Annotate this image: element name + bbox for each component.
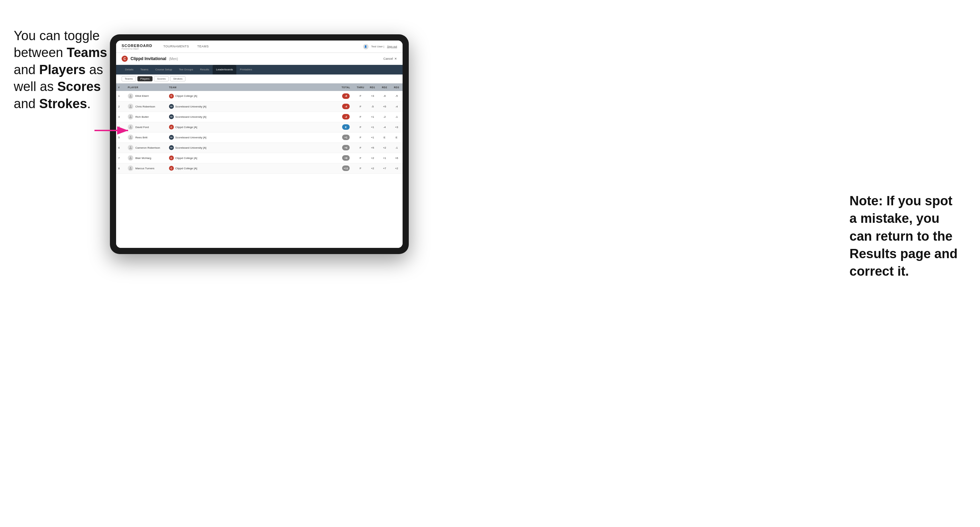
leaderboard-table: # PLAYER TEAM TOTAL THRU RD1 RD2 RD3 1 E… — [116, 83, 402, 174]
tab-results[interactable]: Results — [196, 65, 213, 75]
filter-players-button[interactable]: Players — [137, 76, 153, 81]
cell-rd2: +7 — [379, 163, 391, 173]
player-avatar — [128, 114, 133, 119]
filter-scores-button[interactable]: Scores — [154, 76, 169, 81]
cell-rank: 8 — [116, 163, 126, 173]
nav-teams[interactable]: TEAMS — [193, 41, 213, 53]
tablet-frame: SCOREBOARD Powered by clippd TOURNAMENTS… — [110, 34, 409, 254]
total-badge: E — [342, 124, 350, 130]
svg-point-3 — [130, 105, 131, 106]
cell-rank: 2 — [116, 101, 126, 111]
team-name: Scoreboard University [A] — [175, 105, 207, 108]
player-name: Rich Butler — [135, 115, 149, 119]
cell-rd3: +3 — [391, 122, 402, 132]
col-total: TOTAL — [337, 83, 355, 91]
cell-total: +11 — [337, 163, 355, 173]
tournament-title-row: C Clippd Invitational (Men) — [122, 56, 178, 62]
cancel-button[interactable]: Cancel ✕ — [383, 57, 397, 60]
cell-rd1: +1 — [366, 132, 379, 143]
col-thru: THRU — [355, 83, 366, 91]
tab-leaderboards[interactable]: Leaderboards — [213, 65, 236, 75]
team-name: Scoreboard University [A] — [175, 136, 207, 139]
team-icon: C — [169, 94, 174, 98]
tournament-header: C Clippd Invitational (Men) Cancel ✕ — [116, 53, 402, 65]
total-badge: -8 — [342, 94, 350, 99]
cell-team: SU Scoreboard University [A] — [167, 101, 337, 111]
cell-rd3: -1 — [391, 143, 402, 153]
cell-thru: F — [355, 132, 366, 143]
cell-thru: F — [355, 111, 366, 122]
cell-player: Chris Robertson — [126, 101, 167, 111]
svg-point-8 — [130, 157, 131, 158]
player-avatar — [128, 94, 133, 99]
cell-rank: 6 — [116, 143, 126, 153]
scoreboard-logo: SCOREBOARD Powered by clippd — [122, 44, 152, 50]
cell-total: E — [337, 122, 355, 132]
table-row: 5 Rees Britt SU Scoreboard University [A… — [116, 132, 402, 143]
sign-out-link[interactable]: Sign out — [387, 45, 397, 48]
cell-rd3: E — [391, 132, 402, 143]
user-name: Test User | — [371, 45, 384, 48]
teams-bold: Teams — [67, 45, 107, 60]
tablet-screen: SCOREBOARD Powered by clippd TOURNAMENTS… — [116, 41, 402, 248]
tab-details[interactable]: Details — [122, 65, 137, 75]
total-badge: +11 — [342, 165, 350, 171]
filter-teams-button[interactable]: Teams — [122, 76, 136, 81]
player-avatar — [128, 165, 133, 171]
col-rd2: RD2 — [379, 83, 391, 91]
cell-team: C Clippd College [A] — [167, 163, 337, 173]
cell-thru: F — [355, 122, 366, 132]
cell-rank: 1 — [116, 91, 126, 101]
player-avatar — [128, 155, 133, 161]
cell-total: -2 — [337, 111, 355, 122]
table-row: 8 Marcus Turners C Clippd College [A] +1… — [116, 163, 402, 173]
player-name: Blair McHarg — [135, 157, 151, 160]
cell-rd2: -4 — [379, 122, 391, 132]
team-name: Clippd College [A] — [175, 125, 197, 129]
cell-total: +8 — [337, 153, 355, 163]
player-name: Chris Robertson — [135, 105, 155, 108]
team-name: Clippd College [A] — [175, 94, 197, 97]
cell-team: SU Scoreboard University [A] — [167, 143, 337, 153]
table-header-row: # PLAYER TEAM TOTAL THRU RD1 RD2 RD3 — [116, 83, 402, 91]
cell-team: C Clippd College [A] — [167, 122, 337, 132]
table-row: 2 Chris Robertson SU Scoreboard Universi… — [116, 101, 402, 111]
header-right: 👤 Test User | Sign out — [363, 44, 397, 49]
team-name: Clippd College [A] — [175, 167, 197, 170]
cell-rd1: +2 — [366, 163, 379, 173]
tab-tee-groups[interactable]: Tee Groups — [175, 65, 196, 75]
cell-thru: F — [355, 101, 366, 111]
tournament-gender: (Men) — [169, 57, 178, 61]
cell-thru: F — [355, 153, 366, 163]
cell-rank: 3 — [116, 111, 126, 122]
nav-tournaments[interactable]: TOURNAMENTS — [159, 41, 193, 53]
cell-rd3: -5 — [391, 91, 402, 101]
cell-player: Rich Butler — [126, 111, 167, 122]
table-row: 6 Cameron Robertson SU Scoreboard Univer… — [116, 143, 402, 153]
team-icon: SU — [169, 145, 174, 150]
leaderboard-table-container: # PLAYER TEAM TOTAL THRU RD1 RD2 RD3 1 E… — [116, 83, 402, 248]
svg-point-4 — [130, 115, 131, 117]
team-name: Scoreboard University [A] — [175, 115, 207, 119]
cell-rd3: +2 — [391, 163, 402, 173]
tab-teams[interactable]: Teams — [137, 65, 152, 75]
svg-point-9 — [130, 167, 131, 168]
player-avatar — [128, 145, 133, 150]
team-icon: SU — [169, 104, 174, 109]
svg-point-2 — [130, 95, 131, 96]
cell-rd2: E — [379, 132, 391, 143]
left-annotation: You can toggle between Teams and Players… — [14, 27, 110, 112]
filter-strokes-button[interactable]: Strokes — [170, 76, 186, 81]
cell-player: Cameron Robertson — [126, 143, 167, 153]
tournament-logo: C — [122, 56, 128, 62]
cell-rd1: -5 — [366, 101, 379, 111]
tab-course-setup[interactable]: Course Setup — [152, 65, 175, 75]
cell-rd1: +1 — [366, 111, 379, 122]
tab-printables[interactable]: Printables — [236, 65, 256, 75]
nav-links: TOURNAMENTS TEAMS — [159, 41, 363, 53]
annotation-arrow — [91, 122, 132, 139]
table-row: 7 Blair McHarg C Clippd College [A] +8F+… — [116, 153, 402, 163]
cell-player: Marcus Turners — [126, 163, 167, 173]
table-row: 1 Elliot Ebert C Clippd College [A] -8F+… — [116, 91, 402, 101]
cell-team: SU Scoreboard University [A] — [167, 111, 337, 122]
